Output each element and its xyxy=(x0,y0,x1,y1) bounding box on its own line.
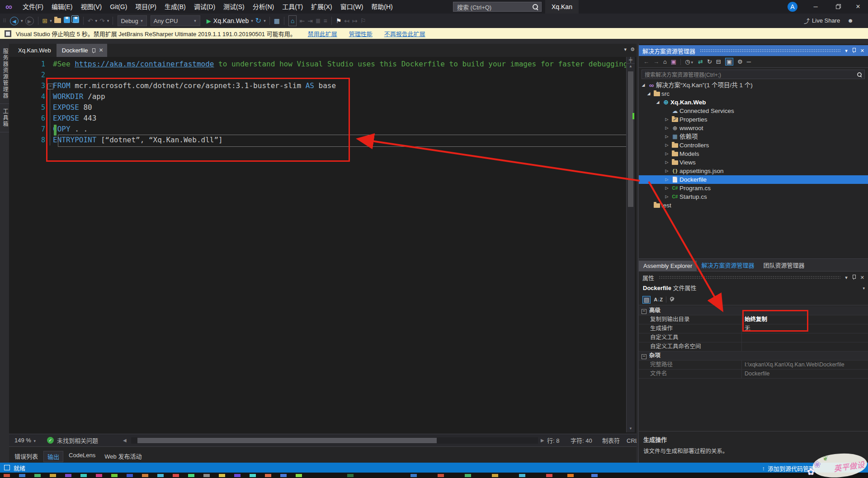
navigate-forward-button[interactable]: ▶ xyxy=(25,16,34,26)
new-dropdown-icon[interactable]: ▾ xyxy=(50,19,52,23)
save-button[interactable] xyxy=(64,16,70,25)
comment-url-link[interactable]: https://aka.ms/containerfastmode xyxy=(75,59,214,70)
window-options-icon[interactable]: ⚙ xyxy=(630,47,635,52)
tab-dockerfile[interactable]: Dockerfile ✕ xyxy=(57,44,107,57)
chevron-icon[interactable] xyxy=(663,158,670,167)
chevron-icon[interactable] xyxy=(663,124,670,132)
health-message[interactable]: 未找到相关问题 xyxy=(57,436,98,445)
close-button[interactable]: ✕ xyxy=(848,0,868,14)
property-section[interactable]: −杂项 xyxy=(639,351,868,361)
refresh-icon[interactable]: ↻ xyxy=(707,58,712,65)
chevron-icon[interactable] xyxy=(663,141,670,150)
tree-item-controllers[interactable]: Controllers xyxy=(639,141,868,150)
tree-item-views[interactable]: Views xyxy=(639,158,868,167)
start-debug-button[interactable]: ▶Xq.Kan.Web xyxy=(207,16,249,26)
back-icon[interactable]: ← xyxy=(643,58,649,65)
solution-search-input[interactable]: 搜索解决方案资源管理器(Ctrl+;) xyxy=(642,70,865,79)
pin-icon[interactable] xyxy=(852,274,856,281)
menu-build[interactable]: 生成(B) xyxy=(160,0,190,14)
alphabetical-sort-icon[interactable]: A↓Z xyxy=(654,297,663,302)
active-files-dropdown-icon[interactable]: ▾ xyxy=(624,47,627,52)
new-project-button[interactable]: ⊞ xyxy=(42,16,48,25)
menu-test[interactable]: 测试(S) xyxy=(219,0,249,14)
tree-item-dependencies[interactable]: ▦依赖项 xyxy=(639,132,868,141)
chevron-icon[interactable] xyxy=(640,81,647,89)
tab-codelens[interactable]: CodeLens xyxy=(65,451,99,462)
menu-edit[interactable]: 编辑(E) xyxy=(47,0,77,14)
save-all-button[interactable] xyxy=(73,16,79,25)
scroll-right-icon[interactable]: ▶ xyxy=(541,438,544,443)
categorized-view-icon[interactable]: ▤ xyxy=(642,296,651,304)
menu-view[interactable]: 视图(V) xyxy=(77,0,106,14)
object-dropdown-icon[interactable]: ▾ xyxy=(863,283,865,293)
scrollbar-thumb[interactable] xyxy=(628,71,633,207)
horizontal-scrollbar[interactable] xyxy=(131,437,538,444)
preview-icon[interactable]: ─ xyxy=(747,58,751,65)
tab-xqkanweb[interactable]: Xq.Kan.Web xyxy=(13,44,57,57)
menu-git[interactable]: Git(G) xyxy=(106,0,131,14)
hot-reload-icon[interactable]: ↻ xyxy=(255,16,261,25)
editor-vertical-scrollbar[interactable]: ╪ ▲ ▼ xyxy=(626,57,635,432)
restore-button[interactable] xyxy=(828,0,848,14)
code-line[interactable]: 1#See https://aka.ms/containerfastmode t… xyxy=(9,59,626,70)
horizontal-scrollbar-thumb[interactable] xyxy=(137,438,437,443)
menu-help[interactable]: 帮助(H) xyxy=(367,0,396,14)
manage-performance-link[interactable]: 管理性能 xyxy=(349,29,373,38)
forward-icon[interactable]: → xyxy=(653,58,659,65)
search-icon[interactable] xyxy=(532,4,538,10)
chevron-icon[interactable] xyxy=(663,115,670,124)
window-position-icon[interactable]: ▾ xyxy=(845,275,848,281)
menu-project[interactable]: 项目(P) xyxy=(131,0,160,14)
chevron-icon[interactable] xyxy=(663,132,670,141)
hot-reload-dropdown-icon[interactable]: ▾ xyxy=(264,19,266,23)
tree-item-test[interactable]: test xyxy=(639,201,868,210)
run-dropdown-icon[interactable]: ▾ xyxy=(251,19,253,23)
close-panel-icon[interactable]: ✕ xyxy=(860,48,864,54)
redo-button[interactable]: ↷ xyxy=(99,16,105,25)
menu-debug[interactable]: 调试(D) xyxy=(190,0,219,14)
tree-item-startup[interactable]: C#Startup.cs xyxy=(639,192,868,201)
chevron-icon[interactable] xyxy=(663,184,670,192)
stop-reporting-link[interactable]: 不再报告此扩展 xyxy=(384,29,425,38)
menu-file[interactable]: 文件(F) xyxy=(19,0,47,14)
chevron-icon[interactable] xyxy=(663,150,670,158)
solution-configuration-dropdown[interactable]: Debug ▾ xyxy=(118,15,146,26)
menu-window[interactable]: 窗口(W) xyxy=(336,0,368,14)
close-panel-icon[interactable]: ✕ xyxy=(860,275,864,281)
chevron-icon[interactable] xyxy=(645,89,652,98)
minimize-button[interactable]: ─ xyxy=(806,0,826,14)
properties-object-selector[interactable]: Dockerfile 文件属性 ▾ xyxy=(639,283,868,293)
menu-extensions[interactable]: 扩展(X) xyxy=(307,0,336,14)
navigate-back-button[interactable]: ◀ xyxy=(10,16,19,26)
tree-item-dockerfile[interactable]: Dockerfile xyxy=(639,175,868,184)
solution-platform-dropdown[interactable]: Any CPU▾ xyxy=(151,15,200,26)
undo-button[interactable]: ↶ xyxy=(88,16,93,25)
properties-title-bar[interactable]: 属性 ▾ ✕ xyxy=(639,272,868,282)
tree-item-appsettings[interactable]: {}appsettings.json xyxy=(639,167,868,175)
tree-item-wwwroot[interactable]: ⊕wwwroot xyxy=(639,124,868,132)
bookmark-icon[interactable]: ⚑ xyxy=(336,16,342,25)
live-share-button[interactable]: ⤴ Live Share ☻ xyxy=(804,16,854,25)
tab-error-list[interactable]: 错误列表 xyxy=(11,451,42,462)
chevron-icon[interactable] xyxy=(663,175,670,184)
tree-item-solution[interactable]: ∞解决方案“Xq.Kan”(1 个项目/共 1 个) xyxy=(639,81,868,89)
tab-output[interactable]: 输出 xyxy=(43,451,63,462)
background-tasks-icon[interactable] xyxy=(4,465,10,470)
split-window-handle[interactable]: ╪ xyxy=(627,57,635,64)
property-pages-icon[interactable] xyxy=(670,297,675,302)
chevron-icon[interactable] xyxy=(654,98,661,107)
scroll-up-icon[interactable]: ▲ xyxy=(627,64,635,69)
property-row-custom-tool-namespace[interactable]: 自定义工具命名空间 xyxy=(639,342,868,351)
open-file-button[interactable] xyxy=(54,16,61,25)
tree-item-models[interactable]: Models xyxy=(639,150,868,158)
tree-item-src[interactable]: src xyxy=(639,89,868,98)
disable-extension-link[interactable]: 禁用此扩展 xyxy=(308,29,337,38)
close-tab-icon[interactable]: ✕ xyxy=(99,44,104,57)
pending-changes-icon[interactable]: ◷▾ xyxy=(685,58,694,65)
tree-item-project[interactable]: ⊕Xq.Kan.Web xyxy=(639,98,868,107)
pin-icon[interactable] xyxy=(852,47,856,54)
chevron-icon[interactable] xyxy=(663,167,670,175)
feedback-icon[interactable]: ☻ xyxy=(847,17,854,24)
tree-item-connected-services[interactable]: ☁Connected Services xyxy=(639,107,868,115)
zoom-level-dropdown[interactable]: 149 % ▾ xyxy=(11,436,40,445)
